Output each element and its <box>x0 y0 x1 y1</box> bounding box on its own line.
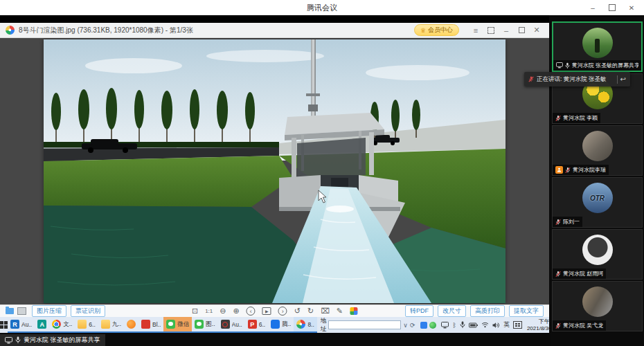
vip-label: 会员中心 <box>428 26 453 35</box>
edit-image-icon[interactable]: ✎ <box>337 307 343 315</box>
viewer-close-button[interactable]: ✕ <box>530 24 544 37</box>
microphone-tray-icon[interactable] <box>460 321 465 329</box>
green-app-icon[interactable] <box>429 322 436 329</box>
participant-label: 黄河水院 张圣敏的屏幕共享 <box>553 60 641 71</box>
avatar-horse-costume <box>582 286 613 317</box>
delete-image-icon[interactable]: ⌧ <box>321 307 330 315</box>
rotate-right-icon[interactable]: ↻ <box>307 307 314 315</box>
autodesk-icon: A <box>37 320 46 329</box>
taskbar-app-pdf[interactable]: P 6.. <box>245 317 268 333</box>
viewer-minimize-button[interactable]: – <box>499 24 513 37</box>
viewer-canvas <box>0 38 549 304</box>
taskbar-app-acrobat[interactable]: Au.. <box>218 317 245 333</box>
address-label: 地址 <box>321 317 327 334</box>
close-icon: ✕ <box>629 4 634 12</box>
participants-sidebar: 黄河水院 张圣敏的屏幕共享 黄河水院 李颖 黄河水院李瑞 <box>551 15 644 346</box>
participant-label: 黄河水院 李颖 <box>553 113 600 123</box>
taskbar-app-image-viewer[interactable]: 8.. <box>294 317 316 333</box>
wifi-icon[interactable] <box>481 322 489 328</box>
extract-text-button[interactable]: 提取文字 <box>509 305 544 317</box>
windows-logo-icon <box>0 321 8 329</box>
minimize-icon: – <box>504 26 508 35</box>
taskbar-app-tencent-meeting[interactable]: 腾.. <box>268 317 294 333</box>
taskbar-app-wechat-tool[interactable]: 图.. <box>192 317 217 333</box>
next-image-icon[interactable]: › <box>278 307 287 316</box>
taskbar-app-bl[interactable]: Bl.. <box>138 317 163 333</box>
fit-screen-icon[interactable]: ⊡ <box>192 307 198 315</box>
taskbar-app-autodesk[interactable]: A <box>35 317 49 333</box>
taskbar-app-wechat[interactable]: 微信 <box>163 317 192 333</box>
vip-center-button[interactable]: ♛ 会员中心 <box>414 24 459 36</box>
participant-tile[interactable]: 黄河水院李瑞 <box>552 125 643 176</box>
restore-button[interactable] <box>602 0 622 15</box>
fullscreen-icon <box>488 27 494 34</box>
close-button[interactable]: ✕ <box>622 0 641 15</box>
address-go-icon[interactable]: ⟳ <box>410 322 415 329</box>
participant-tile[interactable]: OTR 陈刘一 <box>552 177 643 228</box>
zoom-in-icon[interactable]: ⊕ <box>233 307 240 315</box>
zoom-out-icon[interactable]: ⊖ <box>220 307 226 315</box>
viewer-center-tools: ⊡ 1:1 ⊖ ⊕ ‹ ▶ › ↺ ↻ ⌧ ✎ <box>192 307 357 316</box>
bluetooth-icon[interactable]: ᛒ <box>452 322 456 329</box>
address-extra-icons <box>418 317 438 333</box>
monitor-tray-icon[interactable] <box>441 322 449 329</box>
participant-label: 黄河水院 赵雨珂 <box>553 268 606 279</box>
input-language-indicator[interactable]: 英 <box>503 320 510 329</box>
previous-image-icon[interactable]: ‹ <box>247 307 256 316</box>
viewer-restore-button[interactable] <box>515 24 528 37</box>
collapse-arrow-icon[interactable]: ↩ <box>620 75 626 83</box>
speaking-toast-text: 正在讲话: 黄河水院 张圣敏 <box>537 75 607 84</box>
system-tray: ᛒ 英 <box>438 317 524 333</box>
open-folder-icon[interactable] <box>6 308 14 314</box>
minimize-icon: – <box>591 4 595 12</box>
compress-image-button[interactable]: 图片压缩 <box>32 305 66 317</box>
screen-share-banner: 黄河水院 张圣敏的屏幕共享 <box>0 334 105 346</box>
taskbar-app-2345[interactable] <box>124 317 138 333</box>
battery-icon[interactable] <box>469 322 478 328</box>
rotate-left-icon[interactable]: ↺ <box>294 307 301 315</box>
folder-icon <box>78 320 87 329</box>
viewer-toolbar: 图片压缩 票证识别 ⊡ 1:1 ⊖ ⊕ ‹ ▶ › ↺ ↻ ⌧ ✎ <box>0 304 549 317</box>
participant-tile[interactable]: 黄河水院 吴弋龙 <box>552 281 643 331</box>
blue-app-icon[interactable] <box>420 322 427 329</box>
close-icon: ✕ <box>533 26 539 35</box>
folder-icon <box>101 320 110 329</box>
share-banner-text: 黄河水院 张圣敏的屏幕共享 <box>24 336 100 345</box>
taskbar-app-chrome[interactable]: 文.. <box>49 317 75 333</box>
microphone-muted-icon <box>528 75 534 83</box>
address-input[interactable] <box>328 320 401 329</box>
ticket-ocr-button[interactable]: 票证识别 <box>71 305 105 317</box>
participant-tile-share[interactable]: 黄河水院 张圣敏的屏幕共享 <box>552 21 643 72</box>
microphone-icon <box>565 62 570 69</box>
address-dropdown-icon[interactable]: ∨ <box>403 322 408 329</box>
speaking-toast: 正在讲话: 黄河水院 张圣敏 ↩ <box>524 72 630 86</box>
participant-label: 黄河水院李瑞 <box>553 165 609 175</box>
touch-keyboard-icon[interactable] <box>513 321 522 329</box>
minimize-button[interactable]: – <box>583 0 602 15</box>
more-tools-icon[interactable] <box>350 307 357 315</box>
print-button[interactable]: 高质打印 <box>470 305 505 317</box>
taskbar-app-folder-9[interactable]: 九.. <box>98 317 124 333</box>
crown-icon: ♛ <box>420 27 426 34</box>
resize-button[interactable]: 改尺寸 <box>438 305 466 317</box>
restore-icon <box>609 4 616 11</box>
image-list-icon[interactable] <box>17 307 26 315</box>
tencent-meeting-window: 腾讯会议 – ✕ 8号斗门渲染图.jpg (736.31KB, 1920*108… <box>0 0 644 346</box>
actual-size-icon[interactable]: 1:1 <box>205 309 213 314</box>
viewer-title: 8号斗门渲染图.jpg (736.31KB, 1920*1080像素) - 第1… <box>19 26 410 35</box>
shared-screen: 8号斗门渲染图.jpg (736.31KB, 1920*1080像素) - 第1… <box>0 15 549 333</box>
viewer-menu-button[interactable]: ≡ <box>469 24 483 37</box>
taskbar-app-folder-6[interactable]: 6.. <box>75 317 98 333</box>
slideshow-icon[interactable]: ▶ <box>262 307 271 315</box>
taskbar-app-revit[interactable]: R Au.. <box>8 317 35 333</box>
viewer-fullscreen-button[interactable] <box>484 24 498 37</box>
address-toolbar: 地址 ∨ ⟳ <box>317 317 419 333</box>
to-pdf-button[interactable]: 转PDF <box>405 305 433 317</box>
image-viewer-icon <box>296 320 305 329</box>
image-viewer-window: 8号斗门渲染图.jpg (736.31KB, 1920*1080像素) - 第1… <box>0 23 549 317</box>
restore-icon <box>519 27 525 33</box>
start-button[interactable] <box>0 317 8 333</box>
volume-icon[interactable] <box>492 322 500 329</box>
participant-tile[interactable]: 黄河水院 赵雨珂 <box>552 229 643 280</box>
screen-share-icon <box>5 337 12 344</box>
